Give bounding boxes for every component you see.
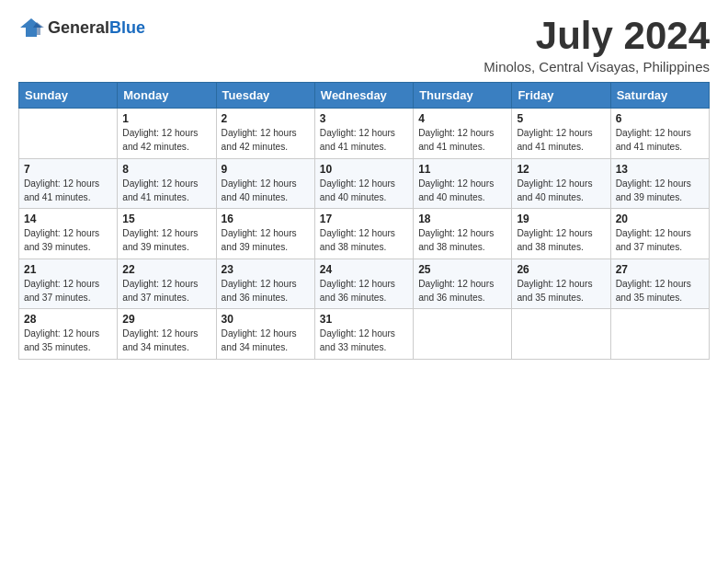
calendar-day-cell: 2Daylight: 12 hoursand 42 minutes. [216,109,314,159]
day-number: 8 [122,163,210,176]
day-number: 21 [24,263,112,276]
calendar-day-cell [414,309,512,360]
logo-text-general: General [48,18,109,37]
day-number: 30 [222,313,310,326]
logo-text-blue: Blue [109,18,145,37]
calendar-day-cell: 8Daylight: 12 hoursand 41 minutes. [118,158,216,209]
calendar-day-cell: 7Daylight: 12 hoursand 41 minutes. [19,158,118,209]
calendar-day-cell: 14Daylight: 12 hoursand 39 minutes. [19,209,118,259]
day-number: 19 [517,213,605,225]
day-info: Daylight: 12 hoursand 34 minutes. [122,327,210,355]
day-info: Daylight: 12 hoursand 41 minutes. [517,127,605,155]
day-info: Daylight: 12 hoursand 40 minutes. [418,178,506,205]
day-info: Daylight: 12 hoursand 39 minutes. [24,227,112,255]
calendar-day-cell: 25Daylight: 12 hoursand 36 minutes. [414,259,512,309]
day-info: Daylight: 12 hoursand 41 minutes. [122,178,210,205]
day-number: 18 [418,213,506,225]
calendar-day-cell [610,309,709,360]
calendar-day-cell [512,309,610,360]
day-number: 24 [320,263,408,276]
day-number: 10 [320,163,408,176]
calendar-day-cell: 24Daylight: 12 hoursand 36 minutes. [314,259,413,309]
weekday-header-saturday: Saturday [610,83,709,109]
calendar-day-cell: 15Daylight: 12 hoursand 39 minutes. [118,209,216,259]
calendar-day-cell: 19Daylight: 12 hoursand 38 minutes. [512,209,610,259]
day-info: Daylight: 12 hoursand 40 minutes. [222,178,310,205]
day-number: 29 [122,313,210,326]
calendar-day-cell: 3Daylight: 12 hoursand 41 minutes. [314,109,413,159]
day-info: Daylight: 12 hoursand 40 minutes. [517,178,605,205]
day-info: Daylight: 12 hoursand 36 minutes. [222,278,310,305]
calendar-week-row: 1Daylight: 12 hoursand 42 minutes.2Dayli… [19,109,710,159]
day-number: 5 [517,112,605,125]
day-info: Daylight: 12 hoursand 35 minutes. [517,278,605,305]
day-number: 2 [222,112,310,125]
calendar-day-cell: 22Daylight: 12 hoursand 37 minutes. [118,259,216,309]
calendar-day-cell: 10Daylight: 12 hoursand 40 minutes. [314,158,413,209]
calendar-day-cell: 16Daylight: 12 hoursand 39 minutes. [216,209,314,259]
day-number: 3 [320,112,408,125]
day-info: Daylight: 12 hoursand 38 minutes. [418,227,506,255]
day-number: 13 [616,163,704,176]
day-number: 16 [222,213,310,225]
calendar-day-cell: 23Daylight: 12 hoursand 36 minutes. [216,259,314,309]
weekday-header-tuesday: Tuesday [216,83,314,109]
calendar-week-row: 7Daylight: 12 hoursand 41 minutes.8Dayli… [19,158,710,209]
calendar-table: SundayMondayTuesdayWednesdayThursdayFrid… [18,82,710,360]
calendar-day-cell: 4Daylight: 12 hoursand 41 minutes. [414,109,512,159]
month-year-title: July 2024 [483,15,710,57]
day-number: 11 [418,163,506,176]
weekday-header-thursday: Thursday [414,83,512,109]
calendar-day-cell: 20Daylight: 12 hoursand 37 minutes. [610,209,709,259]
calendar-day-cell: 11Daylight: 12 hoursand 40 minutes. [414,158,512,209]
calendar-day-cell: 5Daylight: 12 hoursand 41 minutes. [512,109,610,159]
day-info: Daylight: 12 hoursand 33 minutes. [320,327,408,355]
day-number: 23 [222,263,310,276]
day-info: Daylight: 12 hoursand 37 minutes. [122,278,210,305]
day-info: Daylight: 12 hoursand 35 minutes. [616,278,704,305]
calendar-day-cell: 31Daylight: 12 hoursand 33 minutes. [314,309,413,360]
calendar-week-row: 28Daylight: 12 hoursand 35 minutes.29Day… [19,309,710,360]
day-info: Daylight: 12 hoursand 39 minutes. [122,227,210,255]
day-info: Daylight: 12 hoursand 39 minutes. [222,227,310,255]
day-number: 27 [616,263,704,276]
calendar-day-cell: 29Daylight: 12 hoursand 34 minutes. [118,309,216,360]
day-number: 31 [320,313,408,326]
calendar-week-row: 14Daylight: 12 hoursand 39 minutes.15Day… [19,209,710,259]
calendar-day-cell: 1Daylight: 12 hoursand 42 minutes. [118,109,216,159]
day-info: Daylight: 12 hoursand 34 minutes. [222,327,310,355]
day-number: 6 [616,112,704,125]
day-number: 9 [222,163,310,176]
weekday-header-monday: Monday [118,83,216,109]
day-info: Daylight: 12 hoursand 41 minutes. [24,178,112,205]
day-info: Daylight: 12 hoursand 42 minutes. [222,127,310,155]
title-area: July 2024 Minolos, Central Visayas, Phil… [483,15,710,75]
day-number: 1 [122,112,210,125]
day-info: Daylight: 12 hoursand 38 minutes. [517,227,605,255]
calendar-week-row: 21Daylight: 12 hoursand 37 minutes.22Day… [19,259,710,309]
location-title: Minolos, Central Visayas, Philippines [483,59,710,75]
logo: GeneralBlue [18,15,145,40]
day-info: Daylight: 12 hoursand 42 minutes. [122,127,210,155]
day-number: 17 [320,213,408,225]
day-number: 7 [24,163,112,176]
calendar-day-cell: 21Daylight: 12 hoursand 37 minutes. [19,259,118,309]
weekday-header-row: SundayMondayTuesdayWednesdayThursdayFrid… [19,83,710,109]
day-info: Daylight: 12 hoursand 40 minutes. [320,178,408,205]
day-number: 14 [24,213,112,225]
calendar-day-cell: 6Daylight: 12 hoursand 41 minutes. [610,109,709,159]
calendar-day-cell: 13Daylight: 12 hoursand 39 minutes. [610,158,709,209]
page-header: GeneralBlue July 2024 Minolos, Central V… [18,15,710,75]
weekday-header-wednesday: Wednesday [314,83,413,109]
day-info: Daylight: 12 hoursand 41 minutes. [616,127,704,155]
calendar-day-cell [19,109,118,159]
calendar-day-cell: 18Daylight: 12 hoursand 38 minutes. [414,209,512,259]
day-info: Daylight: 12 hoursand 41 minutes. [320,127,408,155]
calendar-day-cell: 30Daylight: 12 hoursand 34 minutes. [216,309,314,360]
weekday-header-sunday: Sunday [19,83,118,109]
day-info: Daylight: 12 hoursand 36 minutes. [418,278,506,305]
calendar-day-cell: 12Daylight: 12 hoursand 40 minutes. [512,158,610,209]
day-number: 4 [418,112,506,125]
day-info: Daylight: 12 hoursand 37 minutes. [616,227,704,255]
day-number: 15 [122,213,210,225]
